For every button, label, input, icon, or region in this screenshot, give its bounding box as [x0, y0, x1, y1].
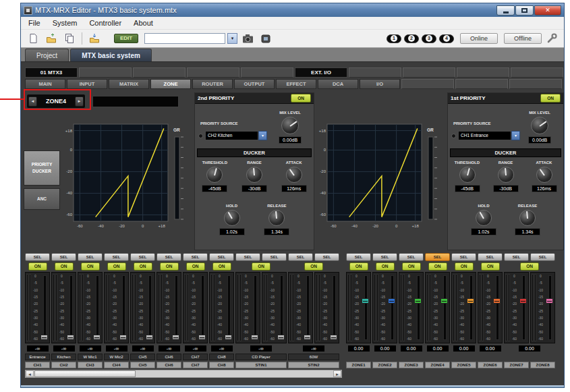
sidebar-item-priority-ducker[interactable]: PRIORITY DUCKER	[24, 150, 60, 186]
channel-on-button[interactable]: ON	[376, 262, 395, 271]
attack-knob[interactable]	[286, 167, 302, 183]
channel-on-button[interactable]: ON	[186, 262, 205, 271]
chevron-down-icon[interactable]: ▾	[258, 131, 267, 140]
fader-cap[interactable]	[198, 335, 206, 340]
scrollbar-track[interactable]	[34, 370, 333, 377]
ext-io-label[interactable]: EXT. I/O	[295, 67, 347, 78]
nav-tab-dca[interactable]: DCA	[318, 79, 358, 89]
fader-cap[interactable]	[414, 298, 422, 304]
sel-button[interactable]: SEL	[346, 253, 371, 261]
channel-on-button[interactable]: ON	[212, 262, 231, 271]
menu-system[interactable]: System	[47, 18, 84, 28]
nav-tab-main[interactable]: MAIN	[25, 79, 65, 89]
sel-button[interactable]: SEL	[51, 253, 76, 261]
channel-on-button[interactable]: ON	[481, 262, 500, 271]
fader-track[interactable]	[198, 274, 206, 341]
menu-about[interactable]: About	[127, 18, 159, 28]
fader-cap[interactable]	[493, 298, 501, 304]
sel-button[interactable]: SEL	[25, 253, 50, 261]
fader-cap[interactable]	[172, 335, 179, 340]
fader-cap[interactable]	[119, 335, 127, 340]
fader-track[interactable]	[66, 274, 75, 341]
channel-on-button[interactable]: ON	[81, 262, 100, 271]
sel-button[interactable]: SEL	[314, 253, 339, 261]
sel-button[interactable]: SEL	[288, 253, 313, 261]
range-knob[interactable]	[246, 167, 262, 183]
maximize-button[interactable]	[515, 5, 534, 16]
scene-name-input[interactable]	[144, 33, 225, 44]
fader-track[interactable]	[119, 274, 127, 341]
mix-level-knob[interactable]	[531, 117, 548, 134]
sel-button[interactable]: SEL	[399, 253, 424, 261]
hold-knob[interactable]	[476, 210, 492, 226]
fader-track[interactable]	[414, 274, 422, 341]
fader-cap[interactable]	[277, 335, 285, 340]
hold-knob[interactable]	[224, 210, 240, 226]
sel-button[interactable]: SEL	[130, 253, 155, 261]
fader-cap[interactable]	[330, 335, 337, 340]
fader-cap[interactable]	[93, 335, 101, 340]
channel-on-button[interactable]: ON	[349, 262, 368, 271]
fader-track[interactable]	[545, 274, 554, 341]
fader-cap[interactable]	[362, 298, 369, 304]
online-button[interactable]: Online	[460, 33, 498, 44]
chevron-down-icon[interactable]: ▾	[227, 33, 237, 44]
sel-button[interactable]: SEL	[235, 253, 260, 261]
sel-button[interactable]: SEL	[451, 253, 476, 261]
channel-on-button[interactable]: ON	[107, 262, 126, 271]
channel-on-button[interactable]: ON	[455, 262, 474, 271]
sel-button[interactable]: SEL	[209, 253, 234, 261]
fader-track[interactable]	[250, 274, 259, 341]
fader-track[interactable]	[92, 274, 101, 341]
save-file-button[interactable]	[86, 31, 103, 46]
priority-on-button[interactable]: ON	[291, 94, 311, 103]
setup-button[interactable]	[544, 31, 560, 46]
fader-cap[interactable]	[304, 335, 311, 340]
nav-tab-matrix[interactable]: MATRIX	[109, 79, 149, 89]
release-knob[interactable]	[268, 210, 285, 226]
fader-track[interactable]	[277, 274, 285, 341]
snapshot-button[interactable]	[239, 31, 256, 46]
sel-button[interactable]: SEL	[78, 253, 103, 261]
fader-cap[interactable]	[519, 298, 527, 304]
nav-tab-output[interactable]: OUTPUT	[234, 79, 275, 89]
fader-cap[interactable]	[225, 335, 232, 340]
horizontal-scrollbar[interactable]: ◄ ►	[25, 370, 342, 378]
range-knob[interactable]	[498, 167, 514, 183]
sel-button[interactable]: SEL	[425, 253, 450, 261]
mix-level-knob[interactable]	[281, 117, 299, 134]
channel-on-button[interactable]: ON	[428, 262, 447, 271]
priority-source-select[interactable]: CH1 Entrance▾	[458, 131, 520, 140]
fader-track[interactable]	[329, 274, 338, 341]
utility-button[interactable]	[258, 31, 274, 46]
nav-tab-effect[interactable]: EFFECT	[276, 79, 316, 89]
channel-on-button[interactable]: ON	[252, 262, 270, 271]
fader-track[interactable]	[492, 274, 501, 341]
fader-cap[interactable]	[467, 298, 474, 304]
offline-button[interactable]: Offline	[504, 33, 542, 44]
nav-tab-router[interactable]: ROUTER	[192, 79, 233, 89]
fader-track[interactable]	[387, 274, 396, 341]
sel-button[interactable]: SEL	[530, 253, 555, 261]
attack-knob[interactable]	[536, 167, 552, 183]
minimize-button[interactable]	[496, 5, 515, 16]
sel-button[interactable]: SEL	[262, 253, 287, 261]
sel-button[interactable]: SEL	[504, 253, 529, 261]
threshold-knob[interactable]	[206, 167, 223, 183]
priority-source-select[interactable]: CH2 Kitchen▾	[205, 131, 267, 140]
new-file-button[interactable]	[25, 31, 41, 46]
open-file-button[interactable]	[43, 31, 59, 46]
fader-cap[interactable]	[546, 298, 553, 304]
fader-track[interactable]	[361, 274, 370, 341]
fader-cap[interactable]	[146, 335, 153, 340]
sel-button[interactable]: SEL	[372, 253, 397, 261]
nav-tab-input[interactable]: INPUT	[67, 79, 107, 89]
fader-cap[interactable]	[388, 298, 395, 304]
channel-on-button[interactable]: ON	[160, 262, 179, 271]
fader-track[interactable]	[519, 274, 528, 341]
channel-on-button[interactable]: ON	[520, 262, 539, 271]
sidebar-item-anc[interactable]: ANC	[24, 188, 60, 210]
sel-button[interactable]: SEL	[104, 253, 129, 261]
release-knob[interactable]	[519, 210, 536, 226]
nav-tab-i-o[interactable]: I/O	[360, 79, 400, 89]
